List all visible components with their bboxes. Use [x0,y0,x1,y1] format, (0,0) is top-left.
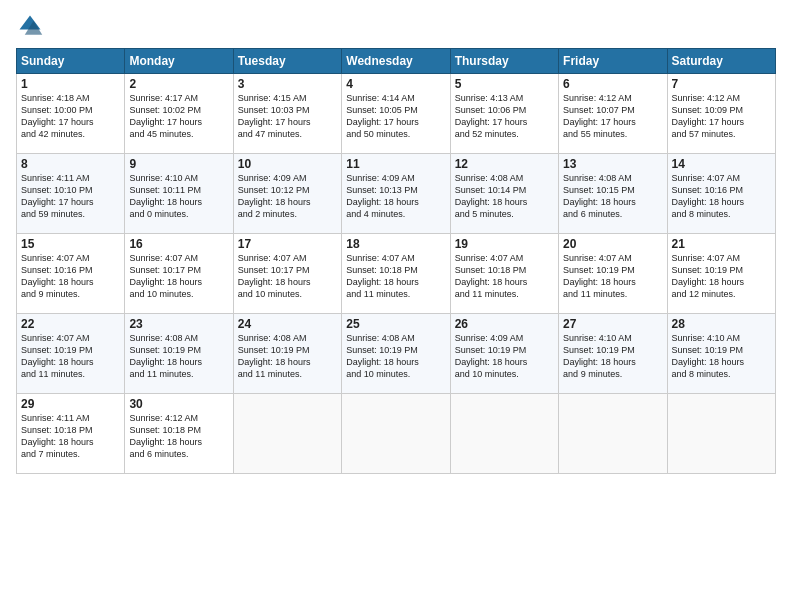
day-info: Sunrise: 4:12 AM Sunset: 10:09 PM Daylig… [672,92,771,141]
calendar-cell: 25Sunrise: 4:08 AM Sunset: 10:19 PM Dayl… [342,314,450,394]
calendar-cell: 26Sunrise: 4:09 AM Sunset: 10:19 PM Dayl… [450,314,558,394]
day-info: Sunrise: 4:15 AM Sunset: 10:03 PM Daylig… [238,92,337,141]
day-number: 10 [238,157,337,171]
logo [16,12,48,40]
day-number: 15 [21,237,120,251]
day-number: 4 [346,77,445,91]
day-info: Sunrise: 4:17 AM Sunset: 10:02 PM Daylig… [129,92,228,141]
day-number: 30 [129,397,228,411]
day-info: Sunrise: 4:08 AM Sunset: 10:14 PM Daylig… [455,172,554,221]
day-info: Sunrise: 4:07 AM Sunset: 10:17 PM Daylig… [129,252,228,301]
calendar-table: SundayMondayTuesdayWednesdayThursdayFrid… [16,48,776,474]
calendar-cell: 11Sunrise: 4:09 AM Sunset: 10:13 PM Dayl… [342,154,450,234]
calendar-cell: 6Sunrise: 4:12 AM Sunset: 10:07 PM Dayli… [559,74,667,154]
calendar-cell [559,394,667,474]
day-info: Sunrise: 4:12 AM Sunset: 10:18 PM Daylig… [129,412,228,461]
day-number: 18 [346,237,445,251]
day-header-saturday: Saturday [667,49,775,74]
day-number: 1 [21,77,120,91]
day-number: 3 [238,77,337,91]
calendar-cell: 1Sunrise: 4:18 AM Sunset: 10:00 PM Dayli… [17,74,125,154]
day-number: 5 [455,77,554,91]
day-info: Sunrise: 4:07 AM Sunset: 10:19 PM Daylig… [672,252,771,301]
calendar-cell [342,394,450,474]
calendar-cell: 14Sunrise: 4:07 AM Sunset: 10:16 PM Dayl… [667,154,775,234]
calendar-cell: 30Sunrise: 4:12 AM Sunset: 10:18 PM Dayl… [125,394,233,474]
calendar-cell: 19Sunrise: 4:07 AM Sunset: 10:18 PM Dayl… [450,234,558,314]
calendar-cell: 20Sunrise: 4:07 AM Sunset: 10:19 PM Dayl… [559,234,667,314]
day-info: Sunrise: 4:08 AM Sunset: 10:15 PM Daylig… [563,172,662,221]
calendar-cell: 13Sunrise: 4:08 AM Sunset: 10:15 PM Dayl… [559,154,667,234]
day-info: Sunrise: 4:10 AM Sunset: 10:19 PM Daylig… [672,332,771,381]
calendar-cell: 23Sunrise: 4:08 AM Sunset: 10:19 PM Dayl… [125,314,233,394]
day-number: 12 [455,157,554,171]
day-number: 9 [129,157,228,171]
week-row-5: 29Sunrise: 4:11 AM Sunset: 10:18 PM Dayl… [17,394,776,474]
day-number: 8 [21,157,120,171]
calendar-cell: 8Sunrise: 4:11 AM Sunset: 10:10 PM Dayli… [17,154,125,234]
calendar-cell: 24Sunrise: 4:08 AM Sunset: 10:19 PM Dayl… [233,314,341,394]
day-number: 11 [346,157,445,171]
calendar-header-row: SundayMondayTuesdayWednesdayThursdayFrid… [17,49,776,74]
week-row-3: 15Sunrise: 4:07 AM Sunset: 10:16 PM Dayl… [17,234,776,314]
day-info: Sunrise: 4:09 AM Sunset: 10:19 PM Daylig… [455,332,554,381]
day-header-friday: Friday [559,49,667,74]
day-info: Sunrise: 4:12 AM Sunset: 10:07 PM Daylig… [563,92,662,141]
day-number: 17 [238,237,337,251]
day-info: Sunrise: 4:07 AM Sunset: 10:19 PM Daylig… [21,332,120,381]
calendar-cell: 12Sunrise: 4:08 AM Sunset: 10:14 PM Dayl… [450,154,558,234]
day-info: Sunrise: 4:08 AM Sunset: 10:19 PM Daylig… [238,332,337,381]
day-number: 28 [672,317,771,331]
calendar-cell: 27Sunrise: 4:10 AM Sunset: 10:19 PM Dayl… [559,314,667,394]
day-number: 20 [563,237,662,251]
calendar-cell [667,394,775,474]
calendar-cell: 28Sunrise: 4:10 AM Sunset: 10:19 PM Dayl… [667,314,775,394]
day-info: Sunrise: 4:11 AM Sunset: 10:10 PM Daylig… [21,172,120,221]
day-info: Sunrise: 4:11 AM Sunset: 10:18 PM Daylig… [21,412,120,461]
day-number: 29 [21,397,120,411]
day-number: 27 [563,317,662,331]
calendar-cell: 7Sunrise: 4:12 AM Sunset: 10:09 PM Dayli… [667,74,775,154]
page: SundayMondayTuesdayWednesdayThursdayFrid… [0,0,792,612]
calendar-cell: 16Sunrise: 4:07 AM Sunset: 10:17 PM Dayl… [125,234,233,314]
day-info: Sunrise: 4:09 AM Sunset: 10:13 PM Daylig… [346,172,445,221]
day-number: 13 [563,157,662,171]
calendar-cell: 15Sunrise: 4:07 AM Sunset: 10:16 PM Dayl… [17,234,125,314]
day-number: 14 [672,157,771,171]
day-number: 2 [129,77,228,91]
day-info: Sunrise: 4:18 AM Sunset: 10:00 PM Daylig… [21,92,120,141]
day-number: 26 [455,317,554,331]
day-info: Sunrise: 4:07 AM Sunset: 10:18 PM Daylig… [346,252,445,301]
calendar-cell [450,394,558,474]
day-info: Sunrise: 4:07 AM Sunset: 10:19 PM Daylig… [563,252,662,301]
day-info: Sunrise: 4:09 AM Sunset: 10:12 PM Daylig… [238,172,337,221]
day-number: 22 [21,317,120,331]
day-number: 19 [455,237,554,251]
day-header-thursday: Thursday [450,49,558,74]
day-number: 16 [129,237,228,251]
day-info: Sunrise: 4:07 AM Sunset: 10:16 PM Daylig… [672,172,771,221]
calendar-cell: 17Sunrise: 4:07 AM Sunset: 10:17 PM Dayl… [233,234,341,314]
day-info: Sunrise: 4:14 AM Sunset: 10:05 PM Daylig… [346,92,445,141]
calendar-cell: 9Sunrise: 4:10 AM Sunset: 10:11 PM Dayli… [125,154,233,234]
calendar-cell: 2Sunrise: 4:17 AM Sunset: 10:02 PM Dayli… [125,74,233,154]
calendar-cell: 3Sunrise: 4:15 AM Sunset: 10:03 PM Dayli… [233,74,341,154]
calendar-cell: 21Sunrise: 4:07 AM Sunset: 10:19 PM Dayl… [667,234,775,314]
week-row-1: 1Sunrise: 4:18 AM Sunset: 10:00 PM Dayli… [17,74,776,154]
calendar-cell: 18Sunrise: 4:07 AM Sunset: 10:18 PM Dayl… [342,234,450,314]
calendar-cell: 22Sunrise: 4:07 AM Sunset: 10:19 PM Dayl… [17,314,125,394]
day-info: Sunrise: 4:07 AM Sunset: 10:16 PM Daylig… [21,252,120,301]
day-info: Sunrise: 4:10 AM Sunset: 10:11 PM Daylig… [129,172,228,221]
day-header-wednesday: Wednesday [342,49,450,74]
week-row-4: 22Sunrise: 4:07 AM Sunset: 10:19 PM Dayl… [17,314,776,394]
day-info: Sunrise: 4:13 AM Sunset: 10:06 PM Daylig… [455,92,554,141]
day-info: Sunrise: 4:10 AM Sunset: 10:19 PM Daylig… [563,332,662,381]
day-info: Sunrise: 4:08 AM Sunset: 10:19 PM Daylig… [346,332,445,381]
calendar-cell: 29Sunrise: 4:11 AM Sunset: 10:18 PM Dayl… [17,394,125,474]
calendar-cell: 4Sunrise: 4:14 AM Sunset: 10:05 PM Dayli… [342,74,450,154]
day-number: 7 [672,77,771,91]
day-header-sunday: Sunday [17,49,125,74]
day-info: Sunrise: 4:07 AM Sunset: 10:18 PM Daylig… [455,252,554,301]
calendar-cell: 10Sunrise: 4:09 AM Sunset: 10:12 PM Dayl… [233,154,341,234]
day-number: 25 [346,317,445,331]
